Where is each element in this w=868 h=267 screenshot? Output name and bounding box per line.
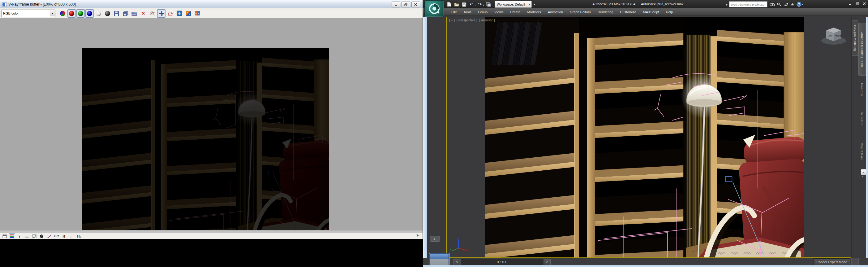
svg-text:y: y: [450, 247, 451, 250]
window-right-edge: [866, 17, 868, 265]
application-menu-button[interactable]: [425, 0, 444, 17]
vfb-restore-button[interactable]: [402, 2, 410, 7]
redo-dropdown-icon[interactable]: ▾: [483, 4, 485, 6]
ribbon-tab-object-paint[interactable]: Object Paint: [859, 140, 865, 164]
workspace-flyout-icon[interactable]: ▾: [534, 3, 535, 6]
max-minimize-button[interactable]: [847, 1, 854, 6]
new-file-icon[interactable]: [445, 1, 453, 8]
track-mouse-icon[interactable]: [148, 9, 157, 18]
undo-dropdown-icon[interactable]: ▾: [474, 4, 476, 6]
viewport-scene-render[interactable]: [485, 17, 804, 258]
red-channel-icon[interactable]: [67, 9, 76, 18]
preview-window-icon[interactable]: [1, 233, 8, 239]
viewport-general-menu[interactable]: [ + ]: [449, 18, 455, 22]
ribbon-tab-graphite-modeling-tools[interactable]: Graphite Modeling Tools: [859, 23, 866, 76]
favorites-star-icon[interactable]: ★: [790, 2, 795, 7]
max-close-button[interactable]: [861, 1, 868, 6]
duplicate-to-host-icon[interactable]: [175, 9, 183, 18]
menu-maxscript[interactable]: MAXScript: [640, 9, 662, 15]
ribbon-options-caret[interactable]: ▾: [862, 175, 863, 178]
menu-rendering[interactable]: Rendering: [594, 9, 617, 15]
srgb-curve-icon[interactable]: [46, 233, 52, 239]
vfb-close-button[interactable]: [411, 2, 420, 7]
chevron-down-icon: ▾: [50, 10, 55, 17]
statusbar-spare-button[interactable]: [851, 258, 859, 265]
key-icon[interactable]: [777, 2, 782, 6]
viewport-shading-menu[interactable]: [ Realistic ]: [479, 18, 495, 22]
info-icon[interactable]: i: [16, 233, 23, 239]
ribbon-tab-freeform[interactable]: Freeform: [859, 81, 865, 99]
histogram-icon[interactable]: [24, 233, 30, 239]
help-icon[interactable]: ?: [797, 2, 802, 7]
menu-views[interactable]: Views: [491, 9, 507, 15]
ribbon-tab-selection[interactable]: Selection: [859, 108, 865, 129]
save-file-icon[interactable]: [460, 1, 468, 8]
menu-help[interactable]: Help: [662, 9, 677, 15]
open-file-icon[interactable]: [453, 1, 460, 8]
menu-modifiers[interactable]: Modifiers: [524, 9, 545, 15]
svg-text:B: B: [198, 12, 199, 15]
cancel-expert-mode-button[interactable]: Cancel Expert Mode: [813, 258, 850, 265]
lut-icon[interactable]: LUT: [53, 233, 60, 239]
viewport-pov-menu[interactable]: [ Perspective ]: [457, 18, 477, 22]
save-all-channels-icon[interactable]: [121, 9, 130, 18]
communication-center-icon[interactable]: [784, 2, 788, 6]
svg-text:x: x: [468, 247, 469, 250]
monochrome-icon[interactable]: [103, 9, 112, 18]
vfb-render-image: [82, 48, 329, 234]
channels-list-icon[interactable]: [9, 233, 15, 239]
alpha-channel-icon[interactable]: [94, 9, 103, 18]
ribbon-tab-label: Graphite Modeling Tools: [861, 32, 864, 67]
svg-text:FRONT: FRONT: [835, 35, 841, 37]
max-restore-button[interactable]: [854, 1, 861, 6]
mini-curve-editor-button[interactable]: ▸: [430, 236, 440, 242]
blue-channel-icon[interactable]: [85, 9, 94, 18]
infocenter-search[interactable]: [729, 1, 768, 7]
save-image-icon[interactable]: [112, 9, 121, 18]
taskbar-edge[interactable]: [423, 265, 868, 267]
menu-graph-editors[interactable]: Graph Editors: [566, 9, 594, 15]
help-dropdown-icon[interactable]: ▾: [802, 3, 803, 6]
vfb-icon-row: ×ABAB: [59, 9, 202, 18]
frame-indicator[interactable]: 0 / 100: [460, 259, 544, 265]
menu-create[interactable]: Create: [507, 9, 524, 15]
load-image-icon[interactable]: [130, 9, 138, 18]
menu-edit[interactable]: Edit: [447, 9, 460, 15]
compare-ab-vertical-icon[interactable]: AB: [193, 9, 202, 18]
menu-customize[interactable]: Customize: [617, 9, 640, 15]
green-channel-icon[interactable]: [76, 9, 85, 18]
render-last-kettle-icon[interactable]: [166, 9, 175, 18]
expand-toolbar-icon[interactable]: ≫: [415, 233, 420, 238]
icc-icon[interactable]: H: [61, 233, 67, 239]
follow-mouse-icon[interactable]: [157, 9, 165, 18]
ribbon-collapse-button[interactable]: ◂: [861, 169, 866, 175]
next-frame-button[interactable]: >: [544, 259, 551, 265]
vfb-canvas[interactable]: [0, 18, 423, 230]
search-input[interactable]: [730, 3, 767, 6]
perspective-viewport[interactable]: [ + ] [ Perspective ] [ Realistic ]: [446, 17, 851, 258]
workspace-selector[interactable]: Workspace: Default ▾: [495, 1, 532, 8]
menu-animation[interactable]: Animation: [545, 9, 566, 15]
ribbon-panel-polygon-modeling[interactable]: Polygon Modeling: [852, 21, 859, 56]
clear-image-icon[interactable]: ×: [139, 9, 148, 18]
project-toggle-icon[interactable]: [485, 1, 492, 8]
binoculars-icon[interactable]: [770, 2, 775, 6]
compare-ab-horizontal-icon[interactable]: AB: [184, 9, 192, 18]
stereo-red-cyan-icon[interactable]: [75, 233, 82, 239]
undo-icon[interactable]: ↶: [468, 1, 475, 8]
menu-tools[interactable]: Tools: [460, 9, 475, 15]
pixel-aspect-icon[interactable]: ↔: [68, 233, 74, 239]
previous-frame-button[interactable]: <: [454, 259, 460, 265]
vfb-minimize-button[interactable]: [392, 2, 400, 7]
color-curves-icon[interactable]: [31, 233, 37, 239]
viewcube[interactable]: LEFT FRONT: [819, 25, 848, 48]
vfb-toolbar: RGB color ▾ ×ABAB: [0, 8, 423, 19]
search-history-arrow[interactable]: ▸: [726, 3, 728, 6]
menu-group[interactable]: Group: [475, 9, 491, 15]
redo-icon[interactable]: ↷: [476, 1, 484, 8]
rgb-channels-icon[interactable]: [59, 9, 67, 18]
exposure-icon[interactable]: [38, 233, 45, 239]
vfb-channel-dropdown[interactable]: RGB color ▾: [2, 9, 55, 17]
vfb-titlebar[interactable]: V-Ray frame buffer - [100% of 800 x 600]: [0, 0, 423, 9]
time-slider-handle[interactable]: [429, 253, 450, 266]
